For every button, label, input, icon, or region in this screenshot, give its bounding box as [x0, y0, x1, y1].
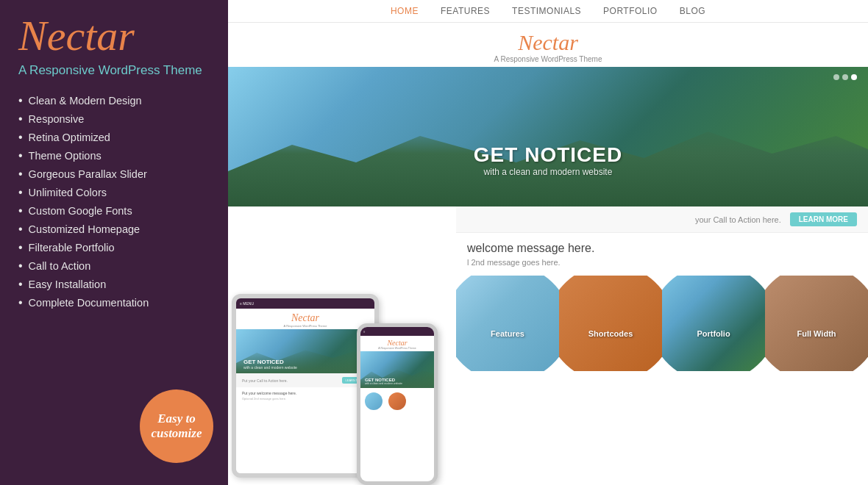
dot-1 [833, 74, 839, 80]
dot-2 [842, 74, 848, 80]
left-panel: Nectar A Responsive WordPress Theme Clea… [0, 0, 228, 485]
bottom-right-site: your Call to Action here. LEARN MORE wel… [456, 206, 868, 485]
list-item: Theme Options [18, 146, 210, 165]
list-item: Easy Installation [18, 275, 210, 293]
circle-images-row: Features Shortcodes Portfolio Full Width [456, 276, 868, 371]
nav-home[interactable]: HOME [391, 6, 419, 16]
tablet-cta: Put your Call to Action here. LEARN MORE [236, 373, 374, 387]
phone-mockup: ≡ Nectar A Responsive WordPress Theme GE… [357, 323, 438, 485]
nav-testimonials[interactable]: TESTIMONIALS [512, 6, 581, 16]
list-item: Complete Documentation [18, 293, 210, 312]
learn-more-button[interactable]: LEARN MORE [790, 212, 857, 226]
list-item: Clean & Modern Design [18, 91, 210, 109]
easy-to-customize-badge: Easy tocustomize [140, 389, 213, 463]
circle-label-features: Features [456, 329, 559, 338]
list-item: Custom Google Fonts [18, 201, 210, 220]
circle-bg-3 [662, 276, 765, 371]
cta-strip: your Call to Action here. LEARN MORE [456, 206, 868, 233]
list-item: Call to Action [18, 256, 210, 275]
list-item: Responsive [18, 109, 210, 128]
circle-portfolio: Portfolio [662, 276, 765, 371]
circle-fullwidth: Full Width [765, 276, 868, 371]
right-panel: HOME FEATURES TESTIMONIALS PORTFOLIO BLO… [228, 0, 868, 485]
nav-features[interactable]: FEATURES [441, 6, 490, 16]
list-item: Retina Optimized [18, 128, 210, 146]
circle-features: Features [456, 276, 559, 371]
tablet-welcome: Put your welcome message here. Optional … [236, 387, 374, 404]
site-logo: Nectar [228, 30, 868, 55]
circle-label-shortcodes: Shortcodes [559, 329, 662, 338]
phone-circle-shortcodes [388, 392, 406, 410]
list-item: Customized Homepage [18, 220, 210, 238]
dot-3 [851, 74, 857, 80]
device-mockups: ≡ MENU Nectar A Responsive WordPress The… [228, 206, 456, 485]
hero-subheading: with a clean and modern website [474, 167, 622, 177]
phone-nav: ≡ [360, 327, 434, 336]
list-item: Unlimited Colors [18, 183, 210, 201]
nav-portfolio[interactable]: PORTFOLIO [603, 6, 658, 16]
phone-hero: GET NOTICED with a clean and modern webs… [360, 351, 434, 388]
list-item: Gorgeous Parallax Slider [18, 165, 210, 183]
hero-overlay: GET NOTICED with a clean and modern webs… [474, 143, 622, 177]
phone-logo: Nectar A Responsive WordPress Theme [360, 336, 434, 351]
tagline: A Responsive WordPress Theme [18, 63, 210, 78]
cta-text: your Call to Action here. [695, 215, 781, 224]
circle-bg-1 [456, 276, 559, 371]
slider-dots [833, 74, 857, 80]
welcome-section: welcome message here. l 2nd message goes… [456, 233, 868, 276]
welcome-title: welcome message here. [467, 242, 857, 255]
top-nav: HOME FEATURES TESTIMONIALS PORTFOLIO BLO… [228, 0, 868, 23]
tablet-screen: ≡ MENU Nectar A Responsive WordPress The… [236, 298, 374, 473]
bottom-content: ≡ MENU Nectar A Responsive WordPress The… [228, 206, 868, 485]
circle-bg-4 [765, 276, 868, 371]
tablet-hero: GET NOTICED with a clean and modern webs… [236, 329, 374, 373]
phone-circle-features [365, 392, 383, 410]
circle-label-fullwidth: Full Width [765, 329, 868, 338]
tablet-logo: Nectar A Responsive WordPress Theme [236, 309, 374, 329]
circle-shortcodes: Shortcodes [559, 276, 662, 371]
hero-headline: GET NOTICED [474, 143, 622, 167]
tablet-nav: ≡ MENU [236, 298, 374, 309]
circle-label-portfolio: Portfolio [662, 329, 765, 338]
phone-screen: ≡ Nectar A Responsive WordPress Theme GE… [360, 327, 434, 481]
phone-circles: Features Shortcodes [360, 388, 434, 423]
circle-bg-2 [559, 276, 662, 371]
welcome-subtitle: l 2nd message goes here. [467, 258, 857, 267]
site-tagline: A Responsive WordPress Theme [228, 55, 868, 63]
list-item: Filterable Portfolio [18, 238, 210, 256]
site-logo-area: Nectar A Responsive WordPress Theme [228, 23, 868, 67]
nav-blog[interactable]: BLOG [680, 6, 705, 16]
logo: Nectar [18, 15, 210, 57]
hero-image: GET NOTICED with a clean and modern webs… [228, 67, 868, 206]
